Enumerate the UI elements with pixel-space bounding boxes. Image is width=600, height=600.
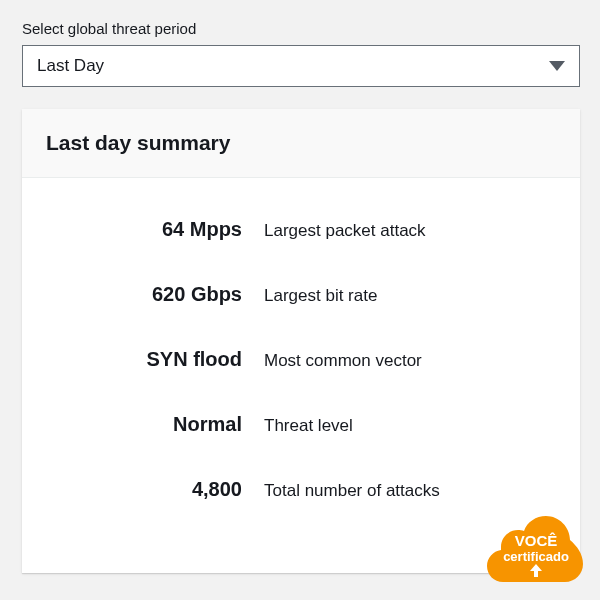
period-select-wrap: Last Day — [22, 45, 580, 87]
metric-label: Largest bit rate — [264, 286, 377, 306]
certification-badge: VOCÊ certificado — [478, 508, 594, 588]
metric-row: 64 Mpps Largest packet attack — [46, 218, 556, 241]
metric-label: Total number of attacks — [264, 481, 440, 501]
badge-text-2: certificado — [503, 549, 569, 564]
metric-label: Threat level — [264, 416, 353, 436]
metric-value: 620 Gbps — [46, 283, 264, 306]
metric-value: Normal — [46, 413, 264, 436]
metric-label: Most common vector — [264, 351, 422, 371]
summary-header: Last day summary — [22, 109, 580, 178]
metric-row: 4,800 Total number of attacks — [46, 478, 556, 501]
metric-row: Normal Threat level — [46, 413, 556, 436]
period-select-label: Select global threat period — [22, 20, 580, 37]
summary-title: Last day summary — [46, 131, 556, 155]
metric-row: SYN flood Most common vector — [46, 348, 556, 371]
metric-row: 620 Gbps Largest bit rate — [46, 283, 556, 306]
chevron-down-icon — [549, 61, 565, 71]
metric-value: 64 Mpps — [46, 218, 264, 241]
period-select-value: Last Day — [37, 56, 104, 76]
period-select[interactable]: Last Day — [22, 45, 580, 87]
metric-label: Largest packet attack — [264, 221, 426, 241]
main-panel: Select global threat period Last Day Las… — [0, 0, 600, 593]
summary-card: Last day summary 64 Mpps Largest packet … — [22, 109, 580, 573]
badge-text-1: VOCÊ — [515, 532, 558, 549]
metric-value: 4,800 — [46, 478, 264, 501]
metric-value: SYN flood — [46, 348, 264, 371]
